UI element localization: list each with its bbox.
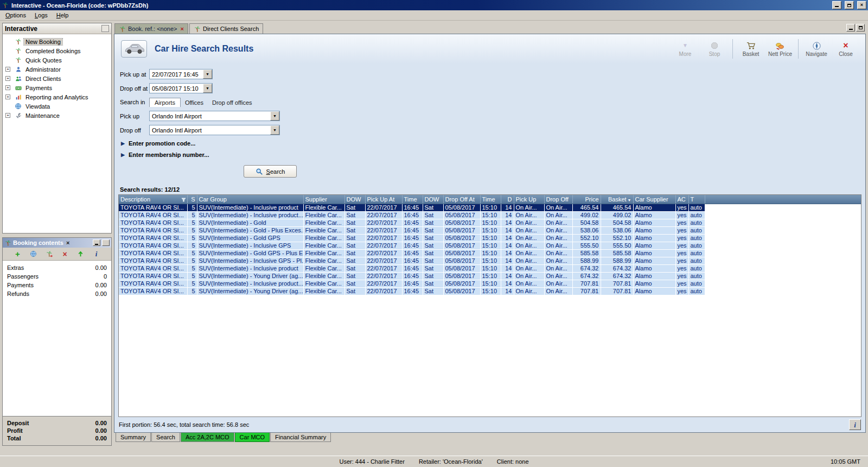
result-cell: 5: [187, 257, 197, 264]
column-header-t[interactable]: T: [688, 195, 705, 204]
result-row[interactable]: TOYOTA RAV4 OR SI...5SUV(Intermediate) -…: [119, 234, 861, 242]
nett-price-button[interactable]: Nett Price: [767, 41, 793, 57]
panel-maximize-button[interactable]: [856, 24, 865, 31]
booking-close-icon[interactable]: ×: [66, 239, 69, 246]
column-header-pick-up[interactable]: Pick Up: [514, 195, 544, 204]
bottom-tab-search[interactable]: Search: [151, 433, 180, 442]
panel-minimize-button[interactable]: [846, 24, 855, 31]
result-row[interactable]: TOYOTA RAV4 OR SI...5SUV(Intermediate) -…: [119, 249, 861, 257]
column-header-time[interactable]: Time: [480, 195, 501, 204]
promotion-code-expander[interactable]: ▶ Enter promotion code...: [121, 140, 860, 147]
column-header-dow[interactable]: DOW: [423, 195, 443, 204]
add-icon[interactable]: +: [14, 250, 22, 258]
dropoff-at-field[interactable]: 05/08/2017 15:10 ▼: [149, 83, 213, 93]
sidebar-item-payments[interactable]: +Payments: [3, 83, 111, 92]
column-header-d[interactable]: D: [501, 195, 514, 204]
sidebar-item-viewdata[interactable]: Viewdata: [3, 102, 111, 111]
globe-icon[interactable]: [29, 250, 38, 258]
expand-icon[interactable]: +: [5, 94, 14, 99]
expand-icon[interactable]: +: [5, 113, 14, 118]
filter-icon[interactable]: [181, 197, 186, 203]
column-header-dow[interactable]: DOW: [344, 195, 365, 204]
expand-icon[interactable]: +: [5, 76, 14, 81]
sidebar-item-reporting-and-analytics[interactable]: +Reporting and Analytics: [3, 92, 111, 102]
membership-number-expander[interactable]: ▶ Enter membership number...: [121, 152, 860, 158]
column-header-time[interactable]: Time: [402, 195, 423, 204]
search-in-tab-drop-off-offices[interactable]: Drop off offices: [208, 98, 257, 107]
chevron-down-icon[interactable]: ▼: [270, 125, 279, 135]
result-cell: Flexible Car...: [303, 272, 344, 280]
column-header-basket[interactable]: Basket▼: [601, 195, 633, 204]
column-header-drop-off-at[interactable]: Drop Off At: [443, 195, 480, 204]
sidebar-item-quick-quotes[interactable]: Quick Quotes: [3, 55, 111, 65]
basket-button[interactable]: Basket: [738, 41, 764, 57]
booking-item: Refunds0.00: [7, 289, 107, 298]
result-row[interactable]: TOYOTA RAV4 OR SI...5SUV(Intermediate) -…: [119, 264, 861, 272]
booking-total-value: 0.00: [95, 420, 107, 426]
minimize-button[interactable]: [832, 1, 841, 9]
tab-close-icon[interactable]: ×: [181, 26, 184, 32]
column-header-ac[interactable]: AC: [675, 195, 688, 204]
booking-list: Extras0.00Passengers0Payments0.00Refunds…: [3, 261, 111, 416]
column-header-s[interactable]: S: [187, 195, 197, 204]
booking-maximize-button[interactable]: [102, 239, 110, 246]
bottom-tab-financial-summary[interactable]: Financial Summary: [270, 433, 331, 442]
menu-help[interactable]: Help: [52, 11, 73, 20]
result-row[interactable]: TOYOTA RAV4 OR SI...5SUV(Intermediate) -…: [119, 287, 861, 295]
pickup-combo[interactable]: Orlando Intl Airport ▼: [149, 111, 280, 121]
result-row[interactable]: TOYOTA RAV4 OR SI...5SUV(Intermediate) -…: [119, 242, 861, 249]
column-header-car-supplier[interactable]: Car Supplier: [633, 195, 675, 204]
chevron-down-icon[interactable]: ▼: [203, 70, 212, 79]
import-palm-icon[interactable]: [45, 250, 54, 258]
result-row[interactable]: TOYOTA RAV4 OR SI...5SUV(Intermediate) -…: [119, 226, 861, 234]
info-icon[interactable]: i: [92, 250, 101, 258]
column-header-price[interactable]: Price: [572, 195, 601, 204]
bottom-tab-summary[interactable]: Summary: [116, 433, 151, 442]
sidebar-item-maintenance[interactable]: +Maintenance: [3, 111, 111, 120]
search-button[interactable]: Search: [244, 165, 297, 178]
navigate-button[interactable]: Navigate: [803, 41, 829, 57]
sidebar-item-administrator[interactable]: +Administrator: [3, 65, 111, 74]
menu-options[interactable]: Options: [1, 11, 30, 20]
sidebar-item-completed-bookings[interactable]: Completed Bookings: [3, 46, 111, 55]
info-button[interactable]: i: [849, 419, 861, 430]
tab-book-ref-none[interactable]: Book. ref.: <none>×: [114, 23, 188, 34]
sidebar-item-direct-clients[interactable]: +Direct Clients: [3, 74, 111, 83]
result-row[interactable]: TOYOTA RAV4 OR SI...5SUV(Intermediate) -…: [119, 257, 861, 264]
tab-direct-clients-search[interactable]: Direct Clients Search: [189, 23, 263, 34]
menu-logs[interactable]: Logs: [30, 11, 52, 20]
search-in-tab-airports[interactable]: Airports: [149, 98, 181, 107]
result-row[interactable]: TOYOTA RAV4 OR SI...5SUV(Intermediate) -…: [119, 272, 861, 280]
close-window-button[interactable]: ×: [857, 1, 866, 9]
delete-icon[interactable]: ×: [61, 250, 69, 258]
expand-icon[interactable]: +: [5, 67, 14, 72]
column-header-supplier[interactable]: Supplier: [303, 195, 344, 204]
app-icon: [2, 2, 9, 9]
result-cell-filler: [705, 211, 861, 219]
pickup-at-field[interactable]: 22/07/2017 16:45 ▼: [149, 69, 213, 79]
expand-icon[interactable]: +: [5, 85, 14, 90]
bottom-tab-acc-2a-2c-mco[interactable]: Acc 2A,2C MCO: [181, 433, 234, 442]
column-header-description[interactable]: Description: [119, 195, 187, 204]
column-header-drop-off[interactable]: Drop Off: [544, 195, 572, 204]
result-row[interactable]: TOYOTA RAV4 OR SI...5SUV(Intermediate) -…: [119, 211, 861, 219]
result-cell: yes: [675, 219, 688, 226]
globe-icon: [14, 103, 22, 110]
results-table: DescriptionSCar GroupSupplierDOWPick Up …: [119, 195, 861, 295]
search-in-tab-offices[interactable]: Offices: [181, 98, 208, 107]
sidebar-item-new-booking[interactable]: New Booking: [3, 37, 111, 46]
upload-icon[interactable]: [76, 250, 85, 258]
column-header-car-group[interactable]: Car Group: [197, 195, 303, 204]
column-header-pick-up-at[interactable]: Pick Up At: [365, 195, 402, 204]
collapse-button[interactable]: [101, 25, 109, 32]
maximize-button[interactable]: [845, 1, 854, 9]
result-row[interactable]: TOYOTA RAV4 OR SI...5SUV(Intermediate) -…: [119, 204, 861, 211]
result-row[interactable]: TOYOTA RAV4 OR SI...5SUV(Intermediate) -…: [119, 219, 861, 226]
chevron-down-icon[interactable]: ▼: [270, 111, 279, 121]
bottom-tab-car-mco[interactable]: Car MCO: [235, 433, 270, 442]
dropoff-combo[interactable]: Orlando Intl Airport ▼: [149, 125, 280, 135]
result-row[interactable]: TOYOTA RAV4 OR SI...5SUV(Intermediate) -…: [119, 280, 861, 287]
close-button[interactable]: ×Close: [833, 41, 859, 57]
booking-minimize-button[interactable]: [93, 239, 100, 246]
chevron-down-icon[interactable]: ▼: [203, 84, 212, 93]
